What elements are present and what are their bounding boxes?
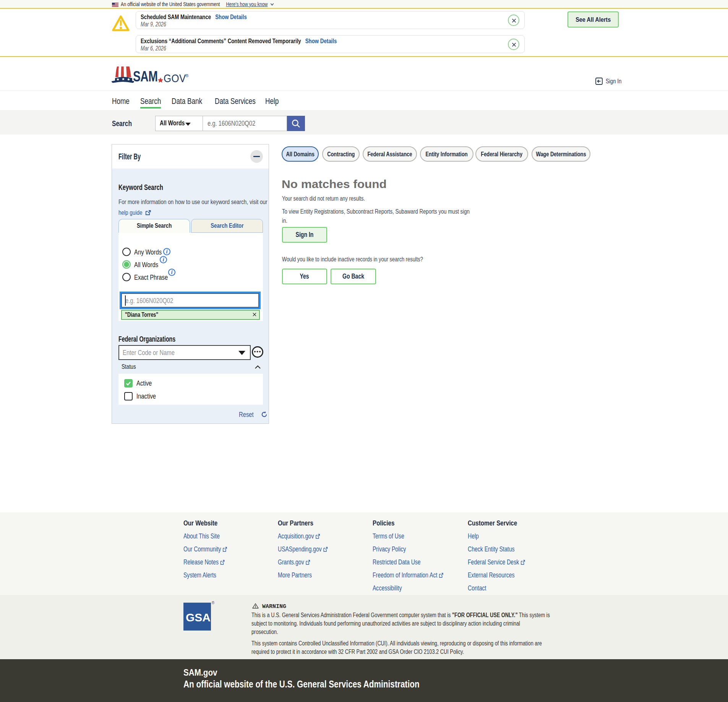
svg-text:®: ® xyxy=(185,73,189,78)
svg-text:GOV: GOV xyxy=(164,72,186,84)
svg-text:SAM: SAM xyxy=(133,68,158,84)
